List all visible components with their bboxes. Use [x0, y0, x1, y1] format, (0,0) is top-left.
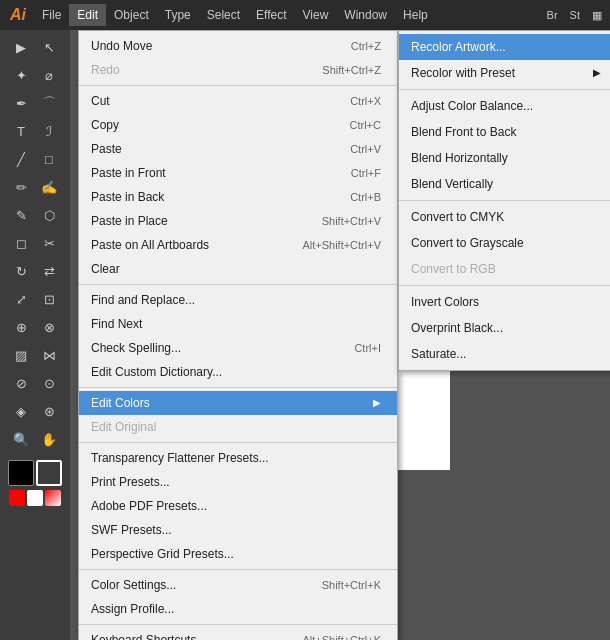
sep2 — [79, 284, 397, 285]
app-logo: Ai — [4, 4, 32, 26]
submenu-adjust-color[interactable]: Adjust Color Balance... — [399, 93, 610, 119]
menu-check-spelling[interactable]: Check Spelling... Ctrl+I — [79, 336, 397, 360]
edit-colors-arrow: ▶ — [373, 394, 381, 412]
sep5 — [79, 569, 397, 570]
menu-find-next[interactable]: Find Next — [79, 312, 397, 336]
bridge-button[interactable]: Br — [543, 7, 562, 23]
menu-paste-in-place[interactable]: Paste in Place Shift+Ctrl+V — [79, 209, 397, 233]
menu-paste[interactable]: Paste Ctrl+V — [79, 137, 397, 161]
menu-file[interactable]: File — [34, 4, 69, 26]
menu-effect[interactable]: Effect — [248, 4, 294, 26]
submenu-blend-front-back[interactable]: Blend Front to Back — [399, 119, 610, 145]
submenu-sep1 — [399, 89, 610, 90]
submenu-convert-grayscale[interactable]: Convert to Grayscale — [399, 230, 610, 256]
submenu-blend-vertically[interactable]: Blend Vertically — [399, 171, 610, 197]
menu-edit[interactable]: Edit — [69, 4, 106, 26]
sep4 — [79, 442, 397, 443]
menu-type[interactable]: Type — [157, 4, 199, 26]
menu-cut[interactable]: Cut Ctrl+X — [79, 89, 397, 113]
menu-bar: Ai File Edit Object Type Select Effect V… — [0, 0, 610, 30]
workspace-button[interactable]: ▦ — [588, 7, 606, 24]
dropdown-overlay: Undo Move Ctrl+Z Redo Shift+Ctrl+Z Cut C… — [0, 30, 610, 640]
menu-adobe-pdf[interactable]: Adobe PDF Presets... — [79, 494, 397, 518]
menu-redo[interactable]: Redo Shift+Ctrl+Z — [79, 58, 397, 82]
menu-edit-colors[interactable]: Edit Colors ▶ — [79, 391, 397, 415]
submenu-overprint-black[interactable]: Overprint Black... — [399, 315, 610, 341]
menu-edit-custom-dict[interactable]: Edit Custom Dictionary... — [79, 360, 397, 384]
submenu-convert-rgb[interactable]: Convert to RGB — [399, 256, 610, 282]
menu-swf-presets[interactable]: SWF Presets... — [79, 518, 397, 542]
menu-transparency[interactable]: Transparency Flattener Presets... — [79, 446, 397, 470]
submenu-recolor-artwork[interactable]: Recolor Artwork... — [399, 34, 610, 60]
menu-copy[interactable]: Copy Ctrl+C — [79, 113, 397, 137]
menu-assign-profile[interactable]: Assign Profile... — [79, 597, 397, 621]
sep1 — [79, 85, 397, 86]
menu-select[interactable]: Select — [199, 4, 248, 26]
menu-perspective[interactable]: Perspective Grid Presets... — [79, 542, 397, 566]
menu-paste-in-back[interactable]: Paste in Back Ctrl+B — [79, 185, 397, 209]
menu-bar-right: Br St ▦ — [543, 7, 606, 24]
menu-window[interactable]: Window — [336, 4, 395, 26]
recolor-preset-arrow: ▶ — [593, 64, 601, 82]
stock-button[interactable]: St — [566, 7, 584, 23]
menu-paste-on-all[interactable]: Paste on All Artboards Alt+Shift+Ctrl+V — [79, 233, 397, 257]
sep3 — [79, 387, 397, 388]
submenu-blend-horizontally[interactable]: Blend Horizontally — [399, 145, 610, 171]
menu-edit-original[interactable]: Edit Original — [79, 415, 397, 439]
menu-clear[interactable]: Clear — [79, 257, 397, 281]
submenu-sep3 — [399, 285, 610, 286]
edit-menu: Undo Move Ctrl+Z Redo Shift+Ctrl+Z Cut C… — [78, 30, 398, 640]
menu-object[interactable]: Object — [106, 4, 157, 26]
edit-colors-submenu: Recolor Artwork... Recolor with Preset ▶… — [398, 30, 610, 371]
menu-view[interactable]: View — [295, 4, 337, 26]
menu-help[interactable]: Help — [395, 4, 436, 26]
submenu-saturate[interactable]: Saturate... — [399, 341, 610, 367]
sep6 — [79, 624, 397, 625]
menu-paste-in-front[interactable]: Paste in Front Ctrl+F — [79, 161, 397, 185]
menu-color-settings[interactable]: Color Settings... Shift+Ctrl+K — [79, 573, 397, 597]
menu-undo[interactable]: Undo Move Ctrl+Z — [79, 34, 397, 58]
submenu-convert-cmyk[interactable]: Convert to CMYK — [399, 204, 610, 230]
menu-keyboard-shortcuts[interactable]: Keyboard Shortcuts... Alt+Shift+Ctrl+K — [79, 628, 397, 640]
menu-print-presets[interactable]: Print Presets... — [79, 470, 397, 494]
submenu-sep2 — [399, 200, 610, 201]
submenu-recolor-with-preset[interactable]: Recolor with Preset ▶ — [399, 60, 610, 86]
menu-find-replace[interactable]: Find and Replace... — [79, 288, 397, 312]
submenu-invert-colors[interactable]: Invert Colors — [399, 289, 610, 315]
